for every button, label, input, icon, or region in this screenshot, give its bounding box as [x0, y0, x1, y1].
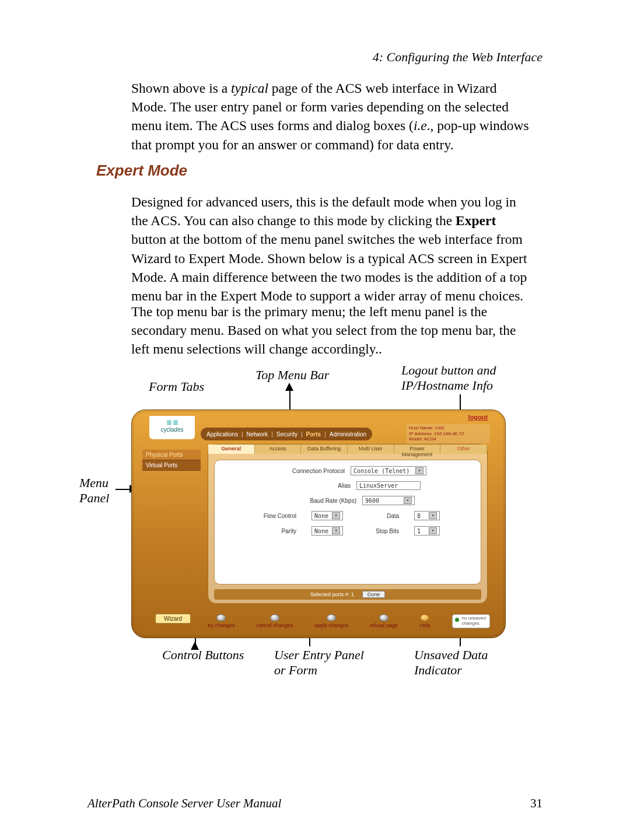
- left-menu-panel: Physical Ports Virtual Ports: [142, 450, 201, 471]
- chevron-down-icon: ▾: [332, 527, 340, 534]
- top-menu-bar: Applications| Network| Security| Ports| …: [201, 428, 372, 440]
- expert-mode-screenshot: ≣ ≣ cyclades logout Host Name: CAS IP Ad…: [131, 410, 506, 638]
- reload-page-button[interactable]: reload page: [370, 614, 398, 628]
- select-data[interactable]: 8▾: [414, 511, 440, 520]
- form-tabs: General Access Data Buffering Multi User…: [208, 444, 487, 454]
- paragraph-3: The top menu bar is the primary menu; th…: [131, 302, 534, 359]
- sidebar-item-virtual-ports[interactable]: Virtual Ports: [142, 460, 201, 471]
- host-line-1: Host Name: CAS: [409, 425, 488, 431]
- chapter-running-head: 4: Configuring the Web Interface: [373, 50, 542, 65]
- tab-access[interactable]: Access: [255, 444, 302, 454]
- p2b-expert: Expert: [456, 213, 496, 228]
- tab-data-buffering[interactable]: Data Buffering: [301, 444, 348, 454]
- p1d: i.e: [414, 118, 427, 133]
- label-stop-bits: Stop Bits: [358, 528, 399, 534]
- callout-user-entry: User Entry Panel or Form: [274, 648, 364, 678]
- sidebar-item-physical-ports[interactable]: Physical Ports: [142, 450, 201, 460]
- p1a: Shown above is a: [131, 80, 231, 96]
- value-flow-control: None: [314, 513, 328, 519]
- topmenu-ports[interactable]: Ports: [306, 431, 321, 438]
- callout-logout-hostinfo: Logout button and IP/Hostname Info: [401, 363, 496, 394]
- label-data: Data: [358, 513, 399, 519]
- done-button[interactable]: Done: [362, 591, 386, 598]
- apply-changes-button[interactable]: apply changes: [314, 614, 348, 628]
- value-stop-bits: 1: [417, 528, 421, 534]
- brand-text: cyclades: [149, 426, 195, 433]
- select-flow-control[interactable]: None▾: [312, 511, 343, 520]
- chevron-down-icon: ▾: [415, 467, 424, 474]
- label-parity: Parity: [256, 528, 296, 534]
- callout-menu-l1: Menu: [79, 475, 108, 490]
- p2c: button at the bottom of the menu panel s…: [131, 232, 527, 303]
- tab-power-management[interactable]: Power Management: [394, 444, 441, 454]
- cancel-changes-button[interactable]: cancel changes: [257, 614, 293, 628]
- host-line-3: Model: ACS4: [409, 436, 488, 442]
- paragraph-2: Designed for advanced users, this is the…: [131, 192, 534, 305]
- chevron-down-icon: ▾: [429, 512, 437, 519]
- tab-multi-user[interactable]: Multi User: [348, 444, 394, 454]
- callout-logout-l1: Logout button and: [401, 363, 496, 377]
- host-info-box: Host Name: CAS IP Address: 192.168.46.72…: [407, 424, 490, 443]
- input-alias[interactable]: LinuxServer: [356, 481, 421, 490]
- select-stop-bits[interactable]: 1▾: [414, 526, 440, 536]
- callout-menu-panel: Menu Panel: [79, 475, 109, 506]
- topmenu-applications[interactable]: Applications: [206, 431, 238, 438]
- value-connection-protocol: Console (Telnet): [354, 468, 410, 474]
- callout-unsaved-l1: Unsaved Data: [414, 648, 488, 662]
- callout-menu-l2: Panel: [79, 491, 109, 505]
- callout-unsaved-l2: Indicator: [414, 663, 462, 677]
- user-entry-panel: Connection Protocol Console (Telnet)▾ Al…: [214, 460, 481, 584]
- label-baud-rate: Baud Rate (Kbps): [281, 498, 356, 504]
- select-connection-protocol[interactable]: Console (Telnet)▾: [351, 466, 426, 475]
- status-bar: Selected ports #: 1 Done: [214, 589, 481, 600]
- unsaved-l2: changes: [462, 621, 486, 626]
- control-buttons-row: try changes cancel changes apply changes…: [208, 614, 490, 628]
- tab-general[interactable]: General: [208, 444, 255, 454]
- value-alias: LinuxServer: [359, 482, 398, 489]
- footer-manual-title: AlterPath Console Server User Manual: [88, 796, 281, 811]
- try-changes-button[interactable]: try changes: [208, 614, 235, 628]
- chevron-down-icon: ▾: [332, 512, 340, 519]
- select-baud-rate[interactable]: 9600▾: [362, 496, 415, 505]
- logout-link[interactable]: logout: [468, 414, 488, 421]
- apply-changes-label: apply changes: [314, 622, 348, 628]
- label-alias: Alias: [275, 482, 351, 489]
- callout-top-menu-bar: Top Menu Bar: [256, 368, 329, 383]
- cancel-changes-label: cancel changes: [257, 622, 293, 628]
- label-connection-protocol: Connection Protocol: [269, 468, 345, 474]
- page-footer: AlterPath Console Server User Manual 31: [88, 796, 542, 811]
- p1b: typical: [231, 80, 268, 96]
- value-parity: None: [314, 528, 328, 534]
- logo-icon: ≣ ≣: [149, 418, 195, 426]
- topmenu-security[interactable]: Security: [276, 431, 298, 438]
- reload-page-label: reload page: [370, 622, 398, 628]
- brand-logo: ≣ ≣ cyclades: [149, 416, 195, 439]
- try-changes-label: try changes: [208, 622, 235, 628]
- wizard-button[interactable]: Wizard: [155, 614, 191, 624]
- chevron-down-icon: ▾: [404, 497, 412, 504]
- footer-page-number: 31: [530, 796, 542, 811]
- select-parity[interactable]: None▾: [312, 526, 343, 536]
- help-label: Help: [419, 622, 430, 628]
- value-data: 8: [417, 513, 421, 519]
- status-selected-ports: Selected ports #: 1: [310, 592, 354, 597]
- callout-userentry-l2: or Form: [274, 663, 317, 677]
- callout-logout-l2: IP/Hostname Info: [401, 378, 493, 393]
- topmenu-administration[interactable]: Administration: [330, 431, 366, 438]
- paragraph-1: Shown above is a typical page of the ACS…: [131, 79, 534, 154]
- host-line-2: IP Address: 192.168.46.72: [409, 431, 488, 437]
- label-flow-control: Flow Control: [256, 513, 296, 519]
- topmenu-network[interactable]: Network: [247, 431, 268, 438]
- unsaved-data-indicator: no unsaved changes: [452, 614, 490, 628]
- heading-expert-mode: Expert Mode: [96, 162, 187, 180]
- tab-other[interactable]: Other: [440, 444, 487, 454]
- callout-form-tabs: Form Tabs: [149, 379, 204, 394]
- callout-control-buttons: Control Buttons: [162, 648, 244, 663]
- callout-userentry-l1: User Entry Panel: [274, 648, 364, 662]
- form-area: General Access Data Buffering Multi User…: [208, 444, 488, 604]
- help-button[interactable]: Help: [419, 614, 430, 628]
- value-baud-rate: 9600: [365, 498, 379, 504]
- chevron-down-icon: ▾: [429, 527, 437, 534]
- callout-unsaved-indicator: Unsaved Data Indicator: [414, 648, 488, 678]
